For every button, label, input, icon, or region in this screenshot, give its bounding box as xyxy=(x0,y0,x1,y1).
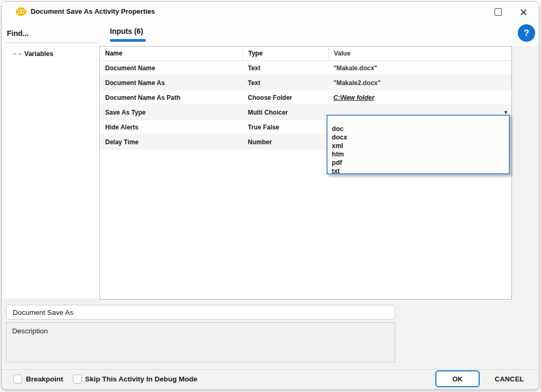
tree-branch-line xyxy=(13,53,22,54)
tab-active-indicator xyxy=(110,39,146,42)
robot-app-icon xyxy=(16,7,26,17)
skip-activity-label: Skip This Activity In Debug Mode xyxy=(85,375,198,383)
properties-dialog: Document Save As Activity Properties ✕ F… xyxy=(1,1,539,390)
row-name-cell: Delay Time xyxy=(100,138,242,146)
dropdown-option[interactable]: xml xyxy=(328,142,509,150)
window-title: Document Save As Activity Properties xyxy=(31,7,155,15)
title-bar: Document Save As Activity Properties ✕ xyxy=(2,2,539,22)
save-as-type-dropdown-list: docdocxxmlhtmpdftxt xyxy=(327,115,510,174)
cancel-button[interactable]: CANCEL xyxy=(485,371,534,386)
screen: Document Save As Activity Properties ✕ F… xyxy=(0,0,541,392)
footer-divider xyxy=(2,369,539,370)
column-header-value: Value xyxy=(328,48,511,59)
skip-activity-checkbox[interactable] xyxy=(73,375,82,384)
table-header: Name Type Value xyxy=(100,46,511,61)
row-value-cell: "Makale2.docx" xyxy=(328,79,511,87)
question-mark-icon: ? xyxy=(524,28,529,39)
column-header-type: Type xyxy=(242,48,328,59)
breakpoint-label: Breakpoint xyxy=(26,375,63,383)
dropdown-option[interactable]: txt xyxy=(328,167,509,175)
description-label: Description xyxy=(12,327,48,335)
row-type-cell: Choose Folder xyxy=(242,94,328,101)
dropdown-option[interactable]: docx xyxy=(328,133,509,142)
close-button[interactable]: ✕ xyxy=(516,6,531,18)
row-name-cell: Save As Type xyxy=(100,109,242,116)
row-type-cell: Multi Choicer xyxy=(242,109,328,116)
find-underline xyxy=(5,42,97,43)
row-type-cell: Number xyxy=(242,138,328,146)
row-value-link[interactable]: C:\New folder xyxy=(328,94,511,101)
help-button[interactable]: ? xyxy=(518,24,535,42)
tab-inputs[interactable]: Inputs (6) xyxy=(110,27,143,35)
dropdown-option[interactable]: doc xyxy=(328,125,509,133)
row-name-cell: Hide Alerts xyxy=(100,124,242,131)
activity-name-input[interactable] xyxy=(6,305,395,320)
description-textarea[interactable]: Description xyxy=(6,322,395,362)
find-input[interactable]: Find... xyxy=(7,29,29,38)
breakpoint-checkbox[interactable] xyxy=(13,375,22,384)
row-name-cell: Document Name xyxy=(100,64,242,72)
sidebar-item-variables[interactable]: Variables xyxy=(13,50,53,58)
dropdown-option[interactable]: pdf xyxy=(328,158,509,167)
row-type-cell: Text xyxy=(242,79,328,87)
row-name-cell: Document Name As xyxy=(100,79,242,87)
row-type-cell: Text xyxy=(242,64,328,72)
column-header-name: Name xyxy=(100,50,242,57)
dropdown-option[interactable]: htm xyxy=(328,150,509,158)
tree-item-label: Variables xyxy=(24,50,53,58)
row-value-cell: "Makale.docx" xyxy=(328,64,511,72)
table-row[interactable]: Document NameText"Makale.docx" xyxy=(100,61,511,76)
row-name-cell: Document Name As Path xyxy=(100,94,242,101)
ok-button[interactable]: OK xyxy=(435,370,480,387)
close-icon: ✕ xyxy=(519,6,528,18)
row-type-cell: True False xyxy=(242,124,328,131)
table-row[interactable]: Document Name As PathChoose FolderC:\New… xyxy=(100,90,511,105)
maximize-button[interactable] xyxy=(490,6,506,18)
variables-tree-panel: Variables xyxy=(5,46,97,299)
maximize-icon xyxy=(495,8,502,16)
table-row[interactable]: Document Name AsText"Makale2.docx" xyxy=(100,76,511,90)
